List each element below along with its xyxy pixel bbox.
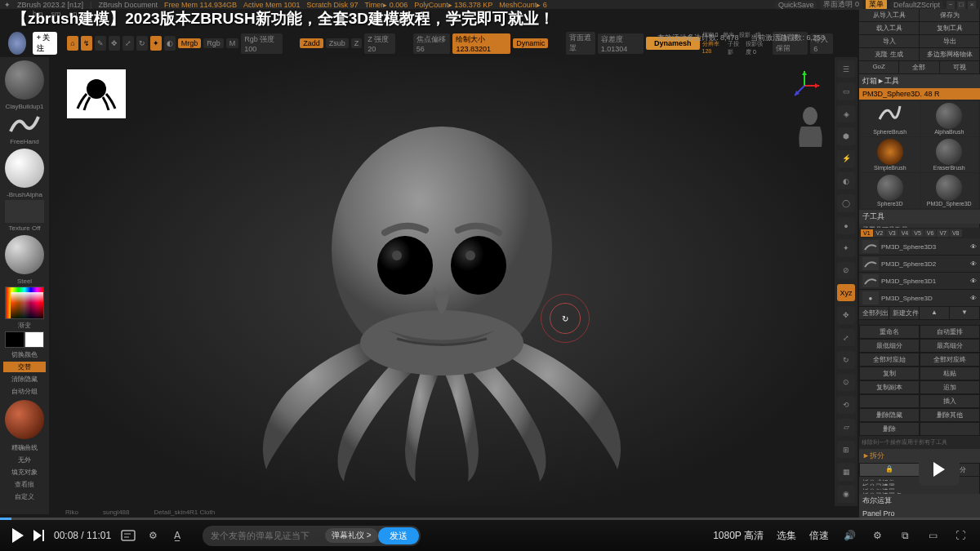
- rs-edge-icon[interactable]: ◈: [837, 105, 855, 122]
- zadd-button[interactable]: Zadd: [300, 38, 323, 48]
- curve-button[interactable]: 精确曲线: [3, 442, 46, 453]
- rs-hide-icon[interactable]: ⊘: [837, 262, 855, 279]
- rs-solo-icon[interactable]: ●: [837, 217, 855, 234]
- subtool-header[interactable]: 子工具: [859, 210, 980, 224]
- secondary-material[interactable]: [5, 400, 44, 439]
- rs-move-view-icon[interactable]: ✥: [837, 306, 855, 323]
- boolean-header[interactable]: 布尔运算: [859, 494, 980, 508]
- stroke-selector[interactable]: [5, 112, 44, 136]
- rs-frame-icon[interactable]: ▭: [837, 82, 855, 100]
- all-button[interactable]: 全部: [899, 61, 939, 73]
- zscript-button[interactable]: DefaultZScript: [890, 1, 943, 9]
- uploader-avatar[interactable]: [8, 32, 26, 55]
- fill-object-button[interactable]: 填充对象: [3, 467, 46, 478]
- tool-thumb[interactable]: Sphere3D: [861, 173, 920, 208]
- tool-thumb[interactable]: PM3D_Sphere3D: [920, 173, 979, 208]
- showstart-button[interactable]: 全部对应始: [859, 353, 920, 367]
- backface-mask[interactable]: 背面遮罩: [566, 32, 595, 55]
- tool-thumb[interactable]: EraserBrush: [920, 137, 979, 172]
- no-outside-button[interactable]: 无外: [3, 455, 46, 465]
- next-button[interactable]: [33, 530, 44, 541]
- switch-color-button[interactable]: 切换颜色: [3, 349, 46, 360]
- tool-thumb[interactable]: AlphaBrush: [920, 101, 979, 136]
- rs-xyz-icon[interactable]: Xyz: [837, 284, 855, 301]
- danmu-settings-icon[interactable]: ⚙: [145, 528, 160, 543]
- rgb-button[interactable]: Rgb: [203, 38, 224, 48]
- reference-image[interactable]: [67, 69, 126, 118]
- highres-button[interactable]: 最高细分: [920, 339, 980, 353]
- follow-button[interactable]: + 关注: [33, 32, 57, 55]
- settings-icon[interactable]: ⚙: [870, 528, 884, 543]
- rs-project-icon[interactable]: ◉: [837, 486, 855, 503]
- rs-persp-icon[interactable]: ▱: [837, 419, 855, 436]
- quicksave-button[interactable]: QuickSave: [775, 1, 817, 9]
- sculptris-icon[interactable]: ◐: [164, 36, 176, 51]
- vis-tab[interactable]: V7: [937, 229, 949, 237]
- down-icon[interactable]: ▼: [950, 307, 980, 319]
- del-other-button[interactable]: 删除其他: [920, 408, 980, 422]
- maximize-icon[interactable]: □: [957, 1, 965, 9]
- 3d-viewport[interactable]: ↻: [51, 57, 833, 506]
- rgb-intensity-slider[interactable]: Rgb 强度 100: [241, 33, 282, 54]
- paste-button[interactable]: 粘贴: [920, 367, 980, 380]
- rs-scale-view-icon[interactable]: ⤢: [837, 329, 855, 346]
- navigation-gizmo[interactable]: [788, 69, 821, 102]
- import-tool-button[interactable]: 导入: [859, 35, 920, 47]
- lightbox-header[interactable]: 灯箱►工具: [859, 74, 980, 88]
- send-danmu-button[interactable]: 发送: [378, 527, 419, 544]
- focal-shift-slider[interactable]: 焦点偏移 56: [413, 33, 451, 54]
- custom-button[interactable]: 自定义: [3, 491, 46, 502]
- vis-tab[interactable]: V5: [911, 229, 924, 237]
- new-folder-button[interactable]: 新建文件夹▾: [889, 307, 920, 319]
- dynamic-button[interactable]: Dynamic: [513, 38, 548, 48]
- up-icon[interactable]: ▲: [920, 307, 950, 319]
- rs-rotate-view-icon[interactable]: ↻: [837, 351, 855, 368]
- next-video-button[interactable]: [919, 453, 960, 486]
- minimize-icon[interactable]: −: [947, 1, 955, 9]
- rotate-icon[interactable]: ↻: [136, 36, 148, 51]
- draw-size-slider[interactable]: 绘制大小 123.83201: [452, 33, 510, 54]
- current-tool-label[interactable]: PM3D_Sphere3D. 48 R: [859, 88, 980, 100]
- subtool-item[interactable]: PM3D_Sphere3D3👁: [859, 238, 980, 256]
- subtool-item[interactable]: ●PM3D_Sphere3D👁: [859, 290, 980, 307]
- rs-transparent-icon[interactable]: ◐: [837, 172, 855, 189]
- showend-button[interactable]: 全部对应终: [920, 353, 980, 367]
- insert-button[interactable]: 插入: [920, 394, 980, 408]
- rename-button[interactable]: 重命名: [859, 325, 920, 339]
- tolerance-slider[interactable]: 容差度 1.01304: [598, 33, 644, 54]
- del-hidden-button[interactable]: 删除隐藏: [859, 408, 920, 422]
- rs-subtool-icon[interactable]: ☰: [837, 60, 855, 78]
- edit-icon[interactable]: ↯: [81, 36, 92, 51]
- alternate-button[interactable]: 交替: [3, 362, 46, 372]
- move-icon[interactable]: ✥: [109, 36, 120, 51]
- see-marks-button[interactable]: 查看痕: [3, 479, 46, 490]
- z-button[interactable]: Z: [351, 38, 363, 48]
- rs-dynamic-icon[interactable]: ⬢: [837, 127, 855, 144]
- export-tool-button[interactable]: 导出: [920, 35, 980, 47]
- saveas-hdr[interactable]: 保存为: [920, 9, 980, 21]
- m-button[interactable]: M: [226, 38, 239, 48]
- volume-icon[interactable]: 🔊: [842, 528, 857, 543]
- clone-button[interactable]: 克隆 生成: [859, 48, 920, 60]
- auto-reorder-button[interactable]: 自动重排: [920, 325, 980, 339]
- draw-icon[interactable]: ✎: [95, 36, 106, 51]
- list-all-button[interactable]: 全部列出: [859, 307, 889, 319]
- visible-button[interactable]: 可视: [940, 61, 980, 73]
- home-icon[interactable]: ⌂: [67, 36, 78, 51]
- rs-press-icon[interactable]: ⊙: [837, 374, 855, 391]
- play-button[interactable]: [12, 528, 24, 543]
- polymesh-button[interactable]: 多边形网格物体: [920, 48, 980, 60]
- mrgb-button[interactable]: Mrgb: [178, 38, 202, 48]
- danmu-toggle-icon[interactable]: [121, 528, 136, 543]
- color-picker[interactable]: [5, 287, 44, 319]
- rs-action-icon[interactable]: ⚡: [837, 150, 855, 167]
- pip-icon[interactable]: ⧉: [898, 528, 912, 543]
- delete-button[interactable]: 删除: [859, 422, 920, 436]
- danmu-etiquette-button[interactable]: 弹幕礼仪 >: [325, 528, 378, 543]
- close-icon[interactable]: ×: [968, 1, 976, 9]
- subtool-item[interactable]: PM3D_Sphere3D1👁: [859, 273, 980, 290]
- vis-tab[interactable]: V1: [861, 229, 873, 237]
- vis-tab[interactable]: V8: [950, 229, 962, 237]
- clear-hidden-button[interactable]: 清除隐藏: [3, 374, 46, 384]
- vis-tab[interactable]: V3: [886, 229, 898, 237]
